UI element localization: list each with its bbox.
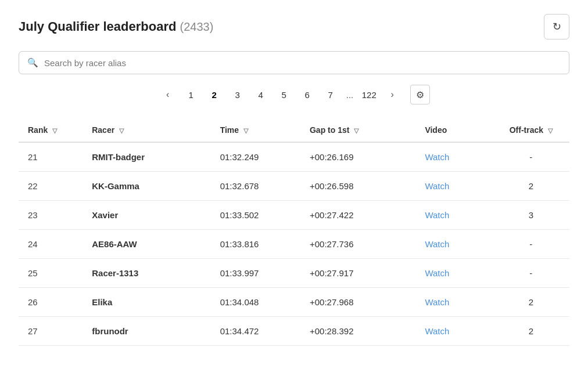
- table-row: 23 Xavier 01:33.502 +00:27.422 Watch 3: [19, 201, 569, 230]
- cell-gap-6: +00:28.392: [300, 317, 415, 346]
- watch-link-5[interactable]: Watch: [425, 297, 449, 307]
- pagination-page-7[interactable]: 7: [321, 85, 340, 104]
- cell-offtrack-5: 2: [493, 288, 569, 317]
- cell-offtrack-6: 2: [493, 317, 569, 346]
- cell-video-4[interactable]: Watch: [415, 259, 492, 288]
- pagination-page-5[interactable]: 5: [274, 85, 294, 104]
- watch-link-2[interactable]: Watch: [425, 210, 449, 220]
- watch-link-6[interactable]: Watch: [425, 326, 449, 336]
- settings-icon: ⚙: [416, 89, 424, 100]
- pagination-page-3[interactable]: 3: [228, 85, 248, 104]
- cell-time-2: 01:33.502: [211, 201, 300, 230]
- cell-time-0: 01:32.249: [211, 142, 300, 172]
- col-header-rank[interactable]: Rank ▽: [19, 118, 83, 142]
- table-row: 24 AE86-AAW 01:33.816 +00:27.736 Watch -: [19, 230, 569, 259]
- pagination-page-1[interactable]: 1: [181, 85, 201, 104]
- cell-gap-5: +00:27.968: [300, 288, 415, 317]
- search-icon: 🔍: [27, 57, 38, 68]
- sort-icon-time: ▽: [243, 127, 248, 134]
- table-row: 21 RMIT-badger 01:32.249 +00:26.169 Watc…: [19, 142, 569, 172]
- pagination: ‹ 1 2 3 4 5 6 7 ... 122 › ⚙: [19, 85, 569, 104]
- cell-racer-4: Racer-1313: [83, 259, 210, 288]
- entry-count: (2433): [180, 20, 214, 33]
- cell-rank-4: 25: [19, 259, 83, 288]
- watch-link-1[interactable]: Watch: [425, 181, 449, 191]
- pagination-page-2[interactable]: 2: [205, 85, 224, 104]
- cell-racer-6: fbrunodr: [83, 317, 210, 346]
- cell-racer-3: AE86-AAW: [83, 230, 210, 259]
- cell-rank-1: 22: [19, 172, 83, 201]
- search-input[interactable]: [44, 58, 561, 68]
- cell-time-3: 01:33.816: [211, 230, 300, 259]
- cell-time-4: 01:33.997: [211, 259, 300, 288]
- pagination-last-page[interactable]: 122: [359, 85, 379, 104]
- cell-gap-4: +00:27.917: [300, 259, 415, 288]
- cell-time-6: 01:34.472: [211, 317, 300, 346]
- cell-offtrack-1: 2: [493, 172, 569, 201]
- cell-rank-5: 26: [19, 288, 83, 317]
- col-header-video: Video: [415, 118, 492, 142]
- sort-icon-gap: ▽: [354, 127, 358, 134]
- refresh-button[interactable]: ↻: [544, 14, 569, 39]
- watch-link-3[interactable]: Watch: [425, 239, 449, 249]
- cell-racer-0: RMIT-badger: [83, 142, 210, 172]
- settings-button[interactable]: ⚙: [410, 85, 430, 104]
- table-row: 22 KK-Gamma 01:32.678 +00:26.598 Watch 2: [19, 172, 569, 201]
- col-header-racer[interactable]: Racer ▽: [83, 118, 210, 142]
- watch-link-4[interactable]: Watch: [425, 268, 449, 278]
- cell-gap-2: +00:27.422: [300, 201, 415, 230]
- cell-time-1: 01:32.678: [211, 172, 300, 201]
- table-body: 21 RMIT-badger 01:32.249 +00:26.169 Watc…: [19, 142, 569, 346]
- cell-offtrack-3: -: [493, 230, 569, 259]
- table-header-row: Rank ▽ Racer ▽ Time ▽ Gap to 1st ▽ Video…: [19, 118, 569, 142]
- cell-video-6[interactable]: Watch: [415, 317, 492, 346]
- table-row: 26 Elika 01:34.048 +00:27.968 Watch 2: [19, 288, 569, 317]
- table-row: 27 fbrunodr 01:34.472 +00:28.392 Watch 2: [19, 317, 569, 346]
- refresh-icon: ↻: [553, 20, 561, 33]
- pagination-next[interactable]: ›: [382, 85, 402, 104]
- sort-icon-racer: ▽: [119, 127, 124, 134]
- cell-video-2[interactable]: Watch: [415, 201, 492, 230]
- cell-gap-0: +00:26.169: [300, 142, 415, 172]
- cell-rank-2: 23: [19, 201, 83, 230]
- cell-rank-0: 21: [19, 142, 83, 172]
- cell-racer-5: Elika: [83, 288, 210, 317]
- cell-video-0[interactable]: Watch: [415, 142, 492, 172]
- cell-gap-3: +00:27.736: [300, 230, 415, 259]
- cell-video-5[interactable]: Watch: [415, 288, 492, 317]
- pagination-page-6[interactable]: 6: [297, 85, 317, 104]
- page-title: July Qualifier leaderboard (2433): [19, 19, 213, 34]
- col-header-gap[interactable]: Gap to 1st ▽: [300, 118, 415, 142]
- watch-link-0[interactable]: Watch: [425, 152, 449, 162]
- cell-racer-2: Xavier: [83, 201, 210, 230]
- pagination-prev[interactable]: ‹: [158, 85, 178, 104]
- table-row: 25 Racer-1313 01:33.997 +00:27.917 Watch…: [19, 259, 569, 288]
- leaderboard-table: Rank ▽ Racer ▽ Time ▽ Gap to 1st ▽ Video…: [19, 118, 569, 346]
- cell-time-5: 01:34.048: [211, 288, 300, 317]
- sort-icon-rank: ▽: [52, 127, 57, 134]
- cell-rank-3: 24: [19, 230, 83, 259]
- cell-offtrack-2: 3: [493, 201, 569, 230]
- col-header-offtrack[interactable]: Off-track ▽: [493, 118, 569, 142]
- cell-video-3[interactable]: Watch: [415, 230, 492, 259]
- pagination-page-4[interactable]: 4: [251, 85, 271, 104]
- sort-icon-offtrack: ▽: [548, 127, 553, 134]
- cell-offtrack-4: -: [493, 259, 569, 288]
- cell-video-1[interactable]: Watch: [415, 172, 492, 201]
- col-header-time[interactable]: Time ▽: [211, 118, 300, 142]
- cell-gap-1: +00:26.598: [300, 172, 415, 201]
- cell-rank-6: 27: [19, 317, 83, 346]
- title-text: July Qualifier leaderboard: [19, 19, 176, 34]
- cell-racer-1: KK-Gamma: [83, 172, 210, 201]
- pagination-ellipsis: ...: [344, 90, 356, 100]
- cell-offtrack-0: -: [493, 142, 569, 172]
- search-container: 🔍: [19, 51, 569, 74]
